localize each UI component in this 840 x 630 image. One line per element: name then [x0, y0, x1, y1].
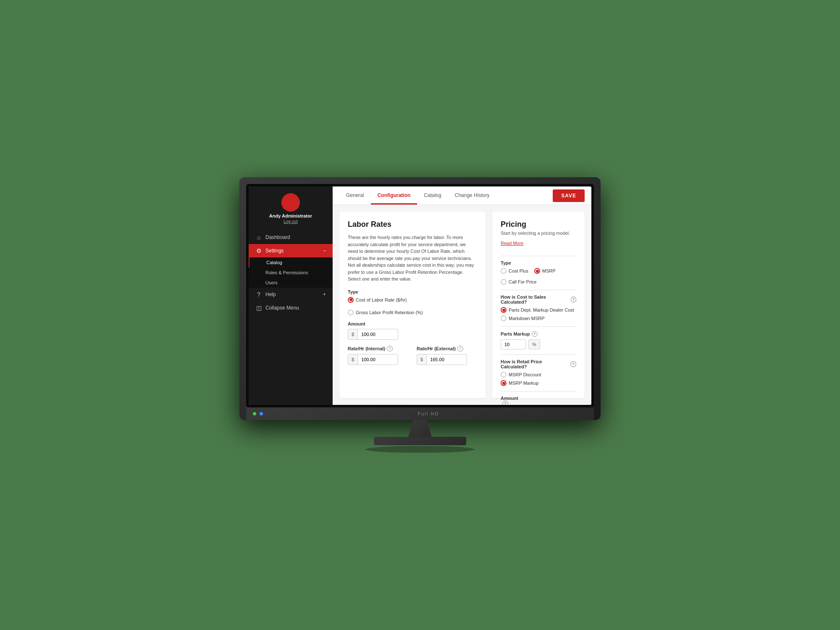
- cost-to-sales-help-icon[interactable]: ?: [571, 297, 576, 302]
- save-button[interactable]: SAVE: [553, 189, 585, 202]
- content-area: Labor Rates These are the hourly rates y…: [333, 205, 591, 405]
- parts-markup-input[interactable]: [501, 339, 526, 349]
- tab-general[interactable]: General: [339, 187, 371, 205]
- parts-markup-suffix: %: [528, 339, 540, 349]
- radio-parts-dept[interactable]: Parts Dept. Markup Dealer Cost: [501, 307, 576, 313]
- pricing-amount-text: Amount: [501, 396, 518, 401]
- msrp-markup-label: MSRP Markup: [509, 381, 538, 386]
- amount-input[interactable]: [358, 329, 391, 339]
- rate-internal-field: Rate/Hr (Internal) ? $: [348, 346, 408, 365]
- radio-markdown-msrp[interactable]: Markdown MSRP: [501, 315, 576, 321]
- radio-msrp[interactable]: MSRP: [534, 268, 556, 274]
- monitor-indicators: [253, 412, 263, 415]
- indicator-blue: [260, 412, 263, 415]
- gear-icon: ⚙: [255, 247, 262, 254]
- logout-link[interactable]: Log out: [284, 219, 297, 224]
- sidebar-item-dashboard[interactable]: ⌂ Dashboard: [249, 231, 333, 244]
- tab-catalog[interactable]: Catalog: [417, 187, 448, 205]
- rate-external-help-icon[interactable]: ?: [457, 346, 463, 352]
- read-more-link[interactable]: Read More: [501, 241, 523, 246]
- cost-of-labor-label: Cost of Labor Rate ($/hr): [356, 297, 407, 302]
- radio-gross-labor[interactable]: Gross Labor Profit Retention (%): [348, 310, 423, 315]
- rate-external-label: Rate/Hr (External): [417, 346, 456, 351]
- pricing-type-label: Type: [501, 260, 576, 265]
- rate-external-input[interactable]: [427, 354, 460, 365]
- tab-configuration[interactable]: Configuration: [371, 187, 417, 205]
- sidebar-item-catalog[interactable]: Catalog: [249, 257, 333, 268]
- rate-internal-label-row: Rate/Hr (Internal) ?: [348, 346, 408, 352]
- roles-label: Roles & Permissions: [265, 270, 308, 275]
- rate-external-field: Rate/Hr (External) ? $: [417, 346, 477, 365]
- monitor-frame: Andy Administrator Log out ⌂ Dashboard ⚙…: [239, 177, 601, 420]
- msrp-discount-label: MSRP Discount: [509, 372, 541, 377]
- amount-section: Amount $: [348, 321, 477, 340]
- users-label: Users: [265, 280, 278, 285]
- monitor-stand: [239, 420, 601, 453]
- minus-icon: −: [323, 248, 326, 254]
- parts-dept-label: Parts Dept. Markup Dealer Cost: [509, 307, 574, 312]
- retail-price-label: How is Retail Price Calculated? ?: [501, 359, 576, 369]
- cost-to-sales-text: How is Cost to Sales Calculated?: [501, 294, 569, 304]
- plus-icon: +: [323, 291, 326, 297]
- rate-row: Rate/Hr (Internal) ? $: [348, 346, 477, 365]
- labor-rates-title: Labor Rates: [348, 220, 477, 229]
- radio-cost-plus[interactable]: Cost Plus: [501, 268, 528, 274]
- radio-cost-of-labor-btn: [348, 297, 354, 303]
- stand-base: [374, 437, 466, 445]
- radio-parts-dept-btn: [501, 307, 507, 313]
- pricing-title: Pricing: [501, 220, 576, 229]
- monitor-brand: Full HD: [263, 411, 594, 416]
- screen: Andy Administrator Log out ⌂ Dashboard ⚙…: [249, 186, 591, 405]
- cost-plus-label: Cost Plus: [509, 268, 528, 273]
- pricing-call-price-group: Call For Price: [501, 279, 576, 285]
- collapse-icon: ◫: [255, 304, 262, 311]
- divider-4: [501, 354, 576, 355]
- sidebar-help-label: Help: [265, 291, 276, 297]
- pricing-amount-help-icon[interactable]: ?: [502, 401, 508, 405]
- divider-5: [501, 391, 576, 391]
- radio-msrp-markup[interactable]: MSRP Markup: [501, 380, 576, 386]
- rate-internal-input-group: $: [348, 354, 398, 365]
- sidebar-item-collapse[interactable]: ◫ Collapse Menu: [249, 301, 333, 315]
- labor-rates-panel: Labor Rates These are the hourly rates y…: [339, 212, 486, 398]
- radio-cost-of-labor[interactable]: Cost of Labor Rate ($/hr): [348, 297, 407, 303]
- settings-submenu: Catalog Roles & Permissions Users: [249, 257, 333, 288]
- gross-labor-label: Gross Labor Profit Retention (%): [356, 310, 423, 315]
- rate-internal-input[interactable]: [358, 354, 391, 365]
- radio-call-for-price[interactable]: Call For Price: [501, 279, 576, 285]
- rate-external-input-group: $: [417, 354, 467, 365]
- retail-price-radio-group: MSRP Discount MSRP Markup: [501, 372, 576, 386]
- tab-change-history[interactable]: Change History: [448, 187, 496, 205]
- radio-msrp-btn: [534, 268, 540, 274]
- amount-label: Amount: [348, 321, 477, 326]
- sidebar-item-settings[interactable]: ⚙ Settings −: [249, 244, 333, 257]
- screen-bezel: Andy Administrator Log out ⌂ Dashboard ⚙…: [246, 184, 594, 407]
- rate-internal-help-icon[interactable]: ?: [387, 346, 393, 352]
- rate-external-label-row: Rate/Hr (External) ?: [417, 346, 477, 352]
- cost-to-sales-radio-group: Parts Dept. Markup Dealer Cost Markdown …: [501, 307, 576, 321]
- avatar-shape: [281, 201, 300, 209]
- parts-markup-help-icon[interactable]: ?: [532, 331, 538, 337]
- help-icon: ?: [255, 291, 262, 298]
- collapse-label: Collapse Menu: [265, 305, 299, 311]
- sidebar-item-roles[interactable]: Roles & Permissions: [249, 268, 333, 278]
- sidebar-item-users[interactable]: Users: [249, 278, 333, 288]
- msrp-label: MSRP: [542, 268, 556, 273]
- stand-neck: [403, 420, 437, 437]
- pricing-panel: Pricing Start by selecting a pricing mod…: [492, 212, 585, 398]
- radio-msrp-discount[interactable]: MSRP Discount: [501, 372, 576, 378]
- divider-2: [501, 290, 576, 290]
- sidebar-item-help[interactable]: ? Help +: [249, 288, 333, 301]
- catalog-label: Catalog: [266, 260, 282, 265]
- sidebar-dashboard-label: Dashboard: [265, 234, 290, 240]
- home-icon: ⌂: [255, 234, 262, 241]
- pricing-subtitle: Start by selecting a pricing model.: [501, 231, 576, 236]
- retail-price-help-icon[interactable]: ?: [570, 361, 576, 367]
- rate-external-prefix: $: [417, 354, 427, 365]
- amount-prefix: $: [348, 329, 358, 339]
- rate-internal-prefix: $: [348, 354, 358, 365]
- radio-call-for-price-btn: [501, 279, 507, 285]
- indicator-green: [253, 412, 256, 415]
- divider-3: [501, 326, 576, 327]
- tabs-bar: General Configuration Catalog Change His…: [333, 186, 591, 205]
